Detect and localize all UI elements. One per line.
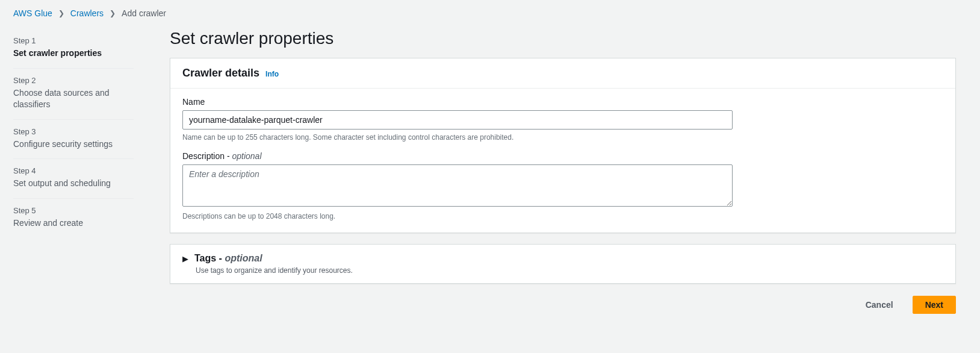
step-2[interactable]: Step 2 Choose data sources and classifie… xyxy=(13,69,134,120)
breadcrumb-crawlers[interactable]: Crawlers xyxy=(70,8,104,18)
wizard-steps: Step 1 Set crawler properties Step 2 Cho… xyxy=(13,29,134,238)
step-number: Step 5 xyxy=(13,206,134,215)
step-title: Choose data sources and classifiers xyxy=(13,87,134,111)
name-input[interactable] xyxy=(182,110,733,130)
step-number: Step 2 xyxy=(13,76,134,85)
tags-title: Tags - optional xyxy=(194,253,262,264)
panel-title: Crawler details xyxy=(182,67,259,80)
next-button[interactable]: Next xyxy=(913,296,956,314)
cancel-button[interactable]: Cancel xyxy=(854,296,905,314)
breadcrumb: AWS Glue ❯ Crawlers ❯ Add crawler xyxy=(13,8,956,29)
panel-header: Crawler details Info xyxy=(170,58,955,89)
description-input[interactable] xyxy=(182,164,733,207)
main-content: Set crawler properties Crawler details I… xyxy=(170,29,956,315)
wizard-actions: Cancel Next xyxy=(170,295,956,315)
step-4[interactable]: Step 4 Set output and scheduling xyxy=(13,159,134,199)
crawler-details-panel: Crawler details Info Name Name can be up… xyxy=(170,58,956,233)
description-field: Description - optional Descriptions can … xyxy=(182,151,943,220)
chevron-right-icon: ❯ xyxy=(110,9,116,17)
tags-description: Use tags to organize and identify your r… xyxy=(196,266,943,275)
step-title: Review and create xyxy=(13,217,134,230)
page-title: Set crawler properties xyxy=(170,29,956,48)
step-title: Set crawler properties xyxy=(13,48,134,60)
step-number: Step 4 xyxy=(13,166,134,175)
description-label: Description - optional xyxy=(182,151,943,161)
chevron-right-icon: ❯ xyxy=(58,9,64,17)
description-hint: Descriptions can be up to 2048 character… xyxy=(182,212,943,220)
tags-toggle[interactable]: ▶ Tags - optional xyxy=(182,253,943,264)
step-3[interactable]: Step 3 Configure security settings xyxy=(13,120,134,160)
step-1[interactable]: Step 1 Set crawler properties xyxy=(13,29,134,69)
step-title: Configure security settings xyxy=(13,139,134,151)
name-hint: Name can be up to 255 characters long. S… xyxy=(182,133,943,142)
step-5[interactable]: Step 5 Review and create xyxy=(13,199,134,238)
name-field: Name Name can be up to 255 characters lo… xyxy=(182,97,943,142)
info-link[interactable]: Info xyxy=(265,70,279,78)
step-title: Set output and scheduling xyxy=(13,178,134,190)
step-number: Step 1 xyxy=(13,36,134,45)
breadcrumb-aws-glue[interactable]: AWS Glue xyxy=(13,8,52,18)
triangle-right-icon: ▶ xyxy=(182,254,188,263)
tags-panel: ▶ Tags - optional Use tags to organize a… xyxy=(170,244,956,284)
name-label: Name xyxy=(182,97,943,107)
step-number: Step 3 xyxy=(13,127,134,136)
breadcrumb-current: Add crawler xyxy=(122,8,166,18)
